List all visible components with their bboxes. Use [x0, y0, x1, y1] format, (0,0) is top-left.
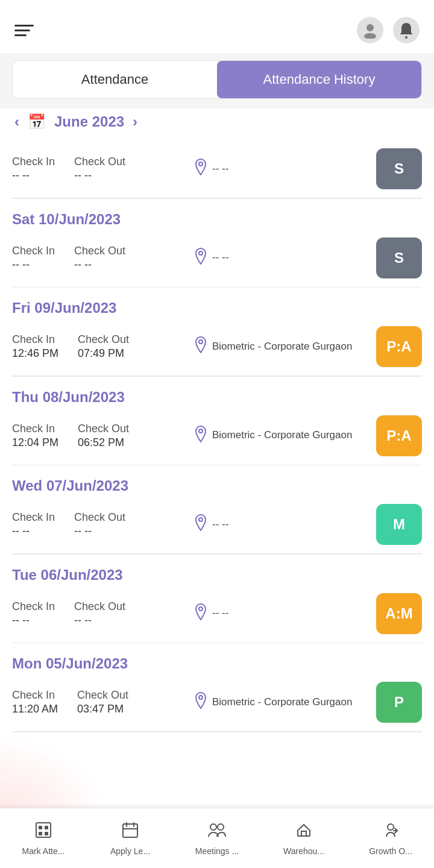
svg-rect-15: [123, 824, 137, 837]
checkout-time-4: -- --: [74, 525, 125, 538]
checkinout-6: Check In 11:20 AM Check Out 03:47 PM: [12, 689, 194, 715]
status-badge-4: M: [376, 504, 422, 545]
nav-mark-attendance[interactable]: Mark Atte...: [0, 821, 87, 856]
svg-point-0: [366, 24, 374, 31]
hamburger-menu[interactable]: [14, 25, 34, 36]
checkout-time-2: 07:49 PM: [78, 347, 129, 360]
attendance-row-1: Check In -- -- Check Out -- -- -- -- S: [12, 231, 422, 287]
svg-point-19: [210, 824, 216, 830]
checkout-2: Check Out 07:49 PM: [78, 333, 129, 360]
nav-apply-leave[interactable]: Apply Le...: [87, 821, 174, 856]
checkout-time-0: -- --: [74, 169, 125, 182]
bottom-navigation: Mark Atte... Apply Le... Meetings ...: [0, 808, 434, 868]
attendance-list: Check In -- -- Check Out -- -- -- -- S: [0, 137, 434, 805]
svg-point-2: [405, 36, 407, 39]
tab-attendance[interactable]: Attendance: [13, 61, 217, 98]
attendance-row-5: Check In -- -- Check Out -- -- -- -- A:M: [12, 587, 422, 643]
checkout-label-4: Check Out: [74, 511, 125, 524]
location-2: Biometric - Corporate Gurgaon: [194, 336, 376, 357]
svg-rect-13: [39, 832, 42, 835]
checkout-time-6: 03:47 PM: [77, 703, 128, 715]
location-5: -- --: [194, 603, 376, 624]
date-label-4: Wed 07/Jun/2023: [12, 470, 422, 498]
checkout-0: Check Out -- --: [74, 156, 125, 182]
nav-growth-label: Growth O...: [369, 846, 412, 856]
nav-meetings-label: Meetings ...: [195, 846, 239, 856]
checkin-time-5: -- --: [12, 614, 55, 627]
checkin-label-3: Check In: [12, 423, 58, 435]
svg-point-9: [199, 696, 203, 699]
location-0: -- --: [194, 159, 376, 179]
date-label-1: Sat 10/Jun/2023: [12, 204, 422, 231]
status-badge-3: P:A: [376, 415, 422, 456]
nav-warehouse[interactable]: Warehou...: [260, 821, 347, 856]
svg-point-4: [199, 251, 203, 255]
checkin-label-2: Check In: [12, 333, 58, 346]
attendance-entry-2: Fri 09/Jun/2023 Check In 12:46 PM Check …: [0, 288, 434, 376]
svg-point-21: [388, 824, 394, 830]
attendance-row-2: Check In 12:46 PM Check Out 07:49 PM Bio…: [12, 320, 422, 376]
checkin-time-2: 12:46 PM: [12, 347, 58, 360]
month-navigation: ‹ 📅 June 2023 ›: [0, 108, 434, 137]
checkout-label-3: Check Out: [78, 423, 129, 435]
location-text-5: -- --: [212, 606, 228, 620]
growth-icon: [382, 821, 400, 843]
nav-meetings[interactable]: Meetings ...: [174, 821, 260, 856]
apply-leave-icon: [121, 821, 139, 843]
checkinout-2: Check In 12:46 PM Check Out 07:49 PM: [12, 333, 194, 360]
checkin-time-6: 11:20 AM: [12, 703, 58, 715]
checkin-time-4: -- --: [12, 525, 55, 538]
svg-point-3: [199, 162, 203, 166]
svg-point-20: [218, 824, 224, 830]
calendar-icon: 📅: [28, 113, 46, 130]
checkout-label-6: Check Out: [77, 689, 128, 702]
svg-rect-14: [45, 832, 48, 835]
prev-month-button[interactable]: ‹: [14, 113, 19, 130]
location-text-6: Biometric - Corporate Gurgaon: [212, 696, 352, 709]
tab-attendance-history[interactable]: Attendance History: [217, 61, 421, 98]
status-badge-1: S: [376, 237, 422, 278]
profile-button[interactable]: [357, 17, 383, 43]
location-pin-icon-0: [194, 159, 207, 179]
checkin-label-0: Check In: [12, 156, 55, 168]
attendance-entry-5: Tue 06/Jun/2023 Check In -- -- Check Out…: [0, 555, 434, 643]
checkin-0: Check In -- --: [12, 156, 55, 182]
nav-warehouse-label: Warehou...: [283, 846, 324, 856]
svg-rect-11: [39, 826, 42, 829]
location-pin-icon-3: [194, 426, 207, 446]
checkout-label-1: Check Out: [74, 245, 125, 257]
checkin-time-0: -- --: [12, 169, 55, 182]
location-1: -- --: [194, 248, 376, 268]
nav-leave-label: Apply Le...: [110, 846, 150, 856]
date-label-6: Mon 05/Jun/2023: [12, 648, 422, 676]
checkout-6: Check Out 03:47 PM: [77, 689, 128, 715]
attendance-row-0: Check In -- -- Check Out -- -- -- -- S: [12, 142, 422, 198]
location-pin-icon-2: [194, 336, 207, 357]
checkinout-4: Check In -- -- Check Out -- --: [12, 511, 194, 538]
next-month-button[interactable]: ›: [133, 113, 137, 130]
location-3: Biometric - Corporate Gurgaon: [194, 426, 376, 446]
location-pin-icon-6: [194, 692, 207, 712]
notification-button[interactable]: [393, 17, 420, 43]
status-badge-5: A:M: [376, 593, 422, 634]
checkin-3: Check In 12:04 PM: [12, 423, 58, 449]
location-text-4: -- --: [212, 518, 228, 531]
status-badge-6: P: [376, 682, 422, 723]
nav-growth[interactable]: Growth O...: [347, 821, 434, 856]
month-label: June 2023: [54, 113, 124, 130]
checkin-label-6: Check In: [12, 689, 58, 702]
checkin-label-5: Check In: [12, 600, 55, 613]
status-badge-0: S: [376, 148, 422, 189]
location-pin-icon-4: [194, 514, 207, 535]
meetings-icon: [207, 821, 227, 843]
svg-point-5: [199, 340, 203, 344]
nav-mark-label: Mark Atte...: [22, 846, 65, 856]
checkout-time-3: 06:52 PM: [78, 436, 129, 449]
attendance-entry-6: Mon 05/Jun/2023 Check In 11:20 AM Check …: [0, 643, 434, 731]
attendance-row-4: Check In -- -- Check Out -- -- -- -- M: [12, 498, 422, 553]
checkout-5: Check Out -- --: [74, 600, 125, 627]
header: [0, 0, 434, 53]
checkout-1: Check Out -- --: [74, 245, 125, 271]
checkout-label-5: Check Out: [74, 600, 125, 613]
mark-attendance-icon: [34, 821, 52, 843]
